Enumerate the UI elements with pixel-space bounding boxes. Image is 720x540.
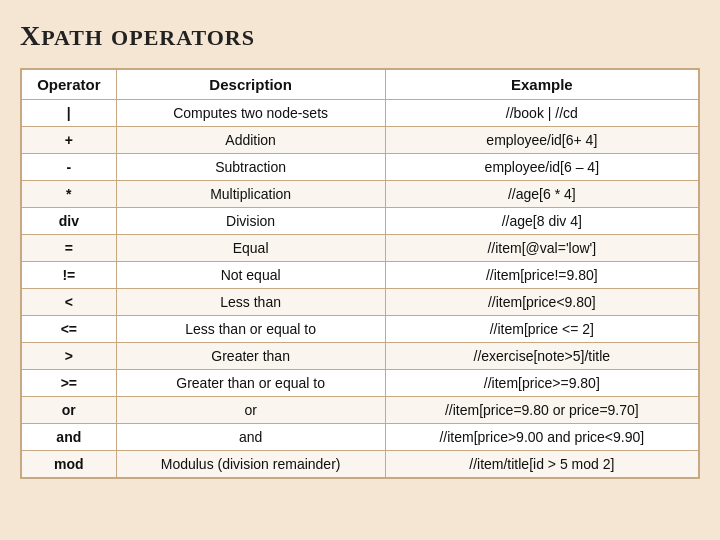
cell-example: employee/id[6+ 4] [385, 127, 699, 154]
cell-operator: * [21, 181, 116, 208]
cell-description: Computes two node-sets [116, 100, 385, 127]
table-row: >Greater than//exercise[note>5]/title [21, 343, 699, 370]
cell-example: //item[@val='low'] [385, 235, 699, 262]
cell-example: //item[price>9.00 and price<9.90] [385, 424, 699, 451]
cell-operator: < [21, 289, 116, 316]
col-header-operator: Operator [21, 69, 116, 100]
cell-operator: | [21, 100, 116, 127]
table-row: !=Not equal//item[price!=9.80] [21, 262, 699, 289]
table-row: oror//item[price=9.80 or price=9.70] [21, 397, 699, 424]
cell-example: //item[price=9.80 or price=9.70] [385, 397, 699, 424]
cell-description: Equal [116, 235, 385, 262]
cell-description: Addition [116, 127, 385, 154]
table-row: modModulus (division remainder)//item/ti… [21, 451, 699, 479]
cell-operator: mod [21, 451, 116, 479]
cell-description: Less than [116, 289, 385, 316]
cell-operator: and [21, 424, 116, 451]
page-title: XPATH OPERATORS [20, 20, 700, 52]
cell-description: and [116, 424, 385, 451]
cell-description: or [116, 397, 385, 424]
table-row: -Subtractionemployee/id[6 – 4] [21, 154, 699, 181]
table-row: <Less than//item[price<9.80] [21, 289, 699, 316]
cell-description: Modulus (division remainder) [116, 451, 385, 479]
title-text: XPATH OPERATORS [20, 20, 255, 51]
cell-example: //book | //cd [385, 100, 699, 127]
cell-operator: + [21, 127, 116, 154]
cell-example: //age[8 div 4] [385, 208, 699, 235]
cell-example: //item[price <= 2] [385, 316, 699, 343]
cell-operator: = [21, 235, 116, 262]
table-row: *Multiplication//age[6 * 4] [21, 181, 699, 208]
cell-description: Less than or equal to [116, 316, 385, 343]
cell-example: //item[price!=9.80] [385, 262, 699, 289]
col-header-example: Example [385, 69, 699, 100]
table-row: andand//item[price>9.00 and price<9.90] [21, 424, 699, 451]
table-row: divDivision//age[8 div 4] [21, 208, 699, 235]
cell-example: employee/id[6 – 4] [385, 154, 699, 181]
cell-operator: >= [21, 370, 116, 397]
col-header-description: Description [116, 69, 385, 100]
cell-description: Division [116, 208, 385, 235]
cell-description: Greater than or equal to [116, 370, 385, 397]
cell-operator: > [21, 343, 116, 370]
cell-description: Not equal [116, 262, 385, 289]
cell-operator: <= [21, 316, 116, 343]
cell-description: Greater than [116, 343, 385, 370]
cell-example: //exercise[note>5]/title [385, 343, 699, 370]
cell-operator: div [21, 208, 116, 235]
cell-operator: - [21, 154, 116, 181]
cell-operator: or [21, 397, 116, 424]
table-row: |Computes two node-sets//book | //cd [21, 100, 699, 127]
cell-example: //item[price>=9.80] [385, 370, 699, 397]
cell-description: Subtraction [116, 154, 385, 181]
cell-description: Multiplication [116, 181, 385, 208]
table-row: +Additionemployee/id[6+ 4] [21, 127, 699, 154]
table-header-row: Operator Description Example [21, 69, 699, 100]
cell-operator: != [21, 262, 116, 289]
table-row: >=Greater than or equal to//item[price>=… [21, 370, 699, 397]
cell-example: //item[price<9.80] [385, 289, 699, 316]
operators-table: Operator Description Example |Computes t… [20, 68, 700, 479]
table-row: =Equal//item[@val='low'] [21, 235, 699, 262]
cell-example: //age[6 * 4] [385, 181, 699, 208]
table-row: <=Less than or equal to//item[price <= 2… [21, 316, 699, 343]
cell-example: //item/title[id > 5 mod 2] [385, 451, 699, 479]
